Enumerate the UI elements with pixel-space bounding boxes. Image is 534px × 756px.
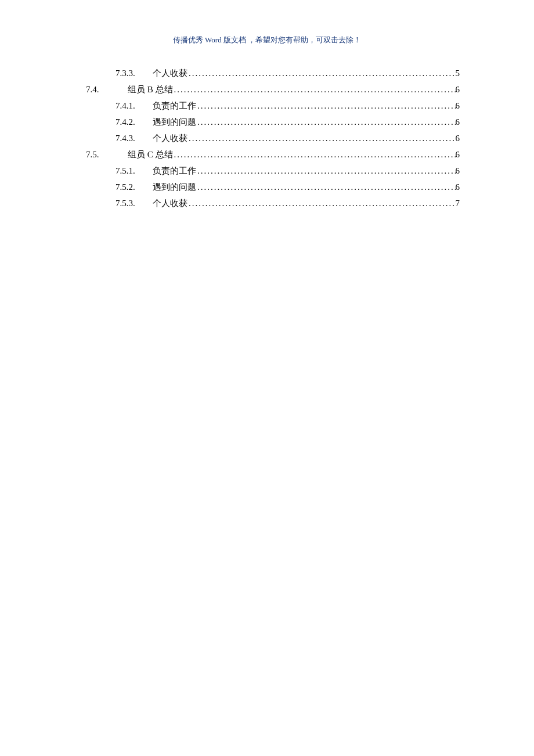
toc-number: 7.4.1.: [116, 98, 153, 114]
toc-number: 7.5.1.: [116, 163, 153, 179]
toc-number: 7.4.: [86, 81, 128, 98]
toc-entry: 7.4. 组员 B 总结 ...........................…: [86, 81, 460, 98]
toc-dots: ........................................…: [173, 81, 456, 98]
toc-page: 6: [456, 81, 460, 98]
toc-page: 6: [456, 163, 460, 179]
toc-page: 5: [456, 65, 460, 81]
toc-dots: ........................................…: [196, 98, 456, 114]
toc-page: 6: [456, 130, 460, 146]
toc-title: 遇到的问题: [153, 179, 196, 195]
toc-entry: 7.5.3. 个人收获 ............................…: [86, 195, 460, 211]
toc-title: 组员 C 总结: [128, 146, 173, 163]
toc-dots: ........................................…: [196, 114, 456, 130]
toc-dots: ........................................…: [187, 130, 456, 146]
toc-dots: ........................................…: [196, 179, 456, 195]
toc-dots: ........................................…: [196, 163, 456, 179]
toc-dots: ........................................…: [187, 65, 456, 81]
toc-page: 6: [456, 98, 460, 114]
toc-number: 7.5.2.: [116, 179, 153, 195]
toc-entry: 7.5.2. 遇到的问题 ...........................…: [86, 179, 460, 195]
toc-page: 7: [456, 195, 460, 211]
toc-title: 组员 B 总结: [128, 81, 173, 98]
toc-title: 负责的工作: [153, 98, 196, 114]
toc-title: 个人收获: [153, 65, 187, 81]
toc-title: 个人收获: [153, 195, 187, 211]
toc-number: 7.5.3.: [116, 195, 153, 211]
table-of-contents: 7.3.3. 个人收获 ............................…: [86, 65, 460, 211]
toc-dots: ........................................…: [187, 195, 456, 211]
toc-entry: 7.5. 组员 C 总结 ...........................…: [86, 146, 460, 163]
toc-entry: 7.4.3. 个人收获 ............................…: [86, 130, 460, 146]
toc-page: 6: [456, 114, 460, 130]
document-header: 传播优秀 Word 版文档 ，希望对您有帮助，可双击去除！: [0, 35, 534, 45]
toc-title: 遇到的问题: [153, 114, 196, 130]
toc-entry: 7.3.3. 个人收获 ............................…: [86, 65, 460, 81]
toc-title: 个人收获: [153, 130, 187, 146]
toc-page: 6: [456, 179, 460, 195]
toc-entry: 7.4.1. 负责的工作 ...........................…: [86, 98, 460, 114]
toc-number: 7.3.3.: [116, 65, 153, 81]
toc-number: 7.5.: [86, 146, 128, 163]
toc-entry: 7.4.2. 遇到的问题 ...........................…: [86, 114, 460, 130]
header-text: 传播优秀 Word 版文档 ，希望对您有帮助，可双击去除！: [173, 35, 361, 44]
toc-dots: ........................................…: [173, 146, 456, 163]
toc-entry: 7.5.1. 负责的工作 ...........................…: [86, 163, 460, 179]
toc-number: 7.4.2.: [116, 114, 153, 130]
toc-page: 6: [456, 146, 460, 163]
toc-number: 7.4.3.: [116, 130, 153, 146]
toc-title: 负责的工作: [153, 163, 196, 179]
